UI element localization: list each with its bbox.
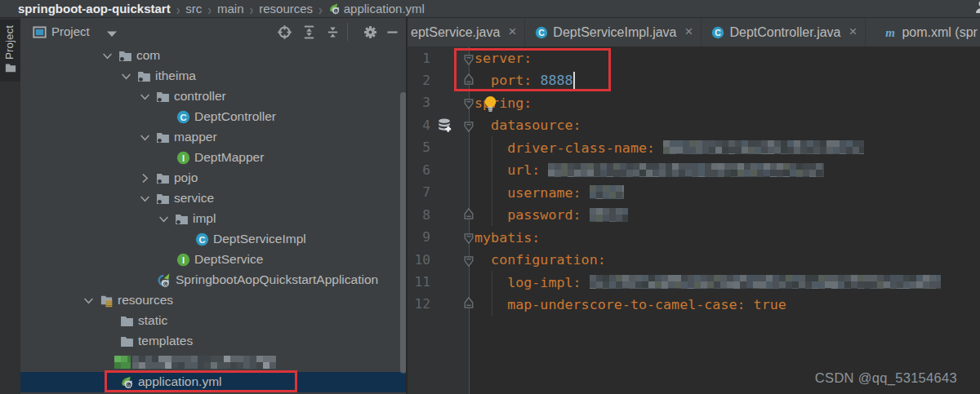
tree-item-deptserviceimpl[interactable]: CDeptServiceImpl	[20, 229, 406, 250]
project-panel-title[interactable]: Project	[51, 24, 90, 38]
interface-icon: I	[176, 151, 190, 165]
code-line-4: datasource:	[474, 114, 581, 136]
tree-item-resources[interactable]: resources	[20, 290, 406, 311]
tree-expand-icon[interactable]	[139, 91, 151, 103]
tree-item-controller[interactable]: controller	[20, 86, 406, 107]
package-icon	[175, 212, 189, 226]
tree-item-pojo[interactable]: pojo	[20, 168, 406, 188]
tree-item-itheima[interactable]: itheima	[20, 66, 406, 86]
svg-text:m: m	[886, 26, 896, 39]
class-icon: C	[711, 26, 724, 39]
tree-item-label: controller	[174, 89, 226, 104]
expand-all-button[interactable]	[302, 25, 316, 39]
breadcrumb-item[interactable]: application.yml	[328, 2, 425, 15]
code-line-11: log-impl:	[474, 271, 941, 293]
collapse-all-icon	[326, 25, 340, 39]
fold-open-icon[interactable]	[464, 121, 474, 132]
svg-text:I: I	[182, 153, 185, 163]
breadcrumb-item[interactable]: springboot-aop-quickstart	[18, 2, 171, 15]
tree-item-deptmapper[interactable]: IDeptMapper	[20, 148, 406, 168]
tree-item-deptcontroller[interactable]: CDeptController	[20, 107, 406, 127]
project-tree: comitheimacontrollerCDeptControllermappe…	[20, 46, 407, 394]
chevron-open-icon	[139, 193, 151, 205]
settings-button[interactable]	[363, 25, 377, 39]
collapse-all-button[interactable]	[326, 25, 340, 39]
line-number: 9	[408, 229, 430, 245]
maven-icon: m	[884, 26, 897, 39]
tab-label: DeptServiceImpl.java	[553, 25, 676, 40]
database-add-icon[interactable]	[437, 118, 452, 136]
tree-item-mapper[interactable]: mapper	[20, 127, 406, 148]
tree-item-impl[interactable]: impl	[20, 209, 406, 229]
tree-item-label: SpringbootAopQuickstartApplication	[176, 272, 378, 287]
fold-open-icon[interactable]	[464, 98, 474, 109]
tree-item-com[interactable]: com	[20, 46, 406, 66]
fold-close-icon[interactable]	[464, 297, 474, 308]
target-icon	[278, 25, 292, 39]
tree-expand-icon[interactable]	[101, 50, 114, 62]
maven-icon: m	[884, 26, 897, 39]
breadcrumb-item[interactable]: main	[217, 2, 244, 15]
code-line-9: mybatis:	[474, 226, 540, 248]
tree-collapse-icon[interactable]	[139, 172, 151, 184]
chevron-down-icon[interactable]	[106, 28, 118, 38]
tab-close-icon[interactable]: ×	[849, 24, 858, 38]
class-icon: C	[711, 26, 724, 39]
package-icon	[137, 69, 151, 83]
tree-expand-icon[interactable]	[158, 213, 170, 225]
tree-expand-icon[interactable]	[82, 294, 95, 307]
tree-item-redacted[interactable]	[20, 352, 406, 372]
tree-expand-icon[interactable]	[120, 70, 132, 82]
line-number: 5	[408, 139, 430, 155]
token-ws	[474, 251, 491, 268]
chevron-open-icon	[158, 213, 170, 225]
code-area[interactable]: 123456789101112 server: port: 8888spring…	[408, 46, 980, 394]
tree-item-deptservice[interactable]: IDeptService	[20, 250, 406, 270]
fold-open-icon	[464, 233, 474, 244]
tree-item-label: DeptServiceImpl	[213, 232, 306, 246]
fold-open-icon[interactable]	[464, 232, 474, 244]
interface-icon: I	[176, 253, 190, 267]
tree-item-static[interactable]: static	[20, 311, 406, 331]
stripe-folder-icon	[4, 62, 17, 73]
package-icon	[156, 171, 170, 185]
svg-text:C: C	[715, 28, 722, 38]
code-line-5: driver-class-name:	[474, 136, 864, 158]
line-number: 11	[408, 274, 430, 290]
stripe-label-project: Project	[3, 25, 16, 60]
tab-label: pom.xml (spr	[902, 25, 977, 40]
package-icon	[156, 90, 170, 104]
editor-tab-deptcontroller-java[interactable]: CDeptController.java×	[702, 18, 866, 46]
editor-tab-eptservice-java[interactable]: eptService.java×	[408, 18, 525, 46]
tree-item-label: service	[174, 191, 214, 206]
fold-close-icon[interactable]	[464, 208, 474, 219]
expand-all-icon	[302, 25, 316, 39]
editor-tab-deptserviceimpl-java[interactable]: CDeptServiceImpl.java×	[525, 18, 702, 46]
class-icon: C	[176, 110, 190, 124]
tree-item-springbootaopquickstartapplication[interactable]: SpringbootAopQuickstartApplication	[20, 270, 406, 290]
breadcrumb-item[interactable]: resources	[259, 2, 313, 15]
editor-tab-pom-xml-spr[interactable]: mpom.xml (spr	[866, 18, 980, 46]
tree-item-service[interactable]: service	[20, 188, 406, 209]
tab-close-icon[interactable]: ×	[508, 24, 516, 38]
tab-close-icon[interactable]: ×	[685, 24, 693, 38]
intention-bulb-icon[interactable]	[484, 96, 497, 115]
annotation-box-editor	[454, 48, 611, 91]
project-tool-icon	[33, 25, 47, 39]
fold-open-icon[interactable]	[464, 255, 474, 267]
token-key: map-underscore-to-camel-case:	[507, 296, 753, 312]
code-line-3: spring:	[474, 91, 532, 113]
redacted-value	[590, 208, 628, 222]
locate-file-button[interactable]	[278, 25, 292, 39]
tree-item-templates[interactable]: templates	[20, 331, 406, 352]
token-key: driver-class-name:	[507, 139, 663, 156]
svg-text:C: C	[180, 113, 186, 122]
toolbar-separator	[347, 23, 348, 41]
user-icon[interactable]	[973, 0, 980, 12]
editor-tabs: eptService.java×CDeptServiceImpl.java×CD…	[408, 18, 980, 46]
breadcrumb-item[interactable]: src	[185, 2, 202, 15]
tree-expand-icon[interactable]	[139, 193, 151, 205]
hide-button[interactable]	[385, 25, 399, 39]
tree-expand-icon[interactable]	[139, 131, 151, 144]
fold-open-icon	[464, 256, 474, 267]
